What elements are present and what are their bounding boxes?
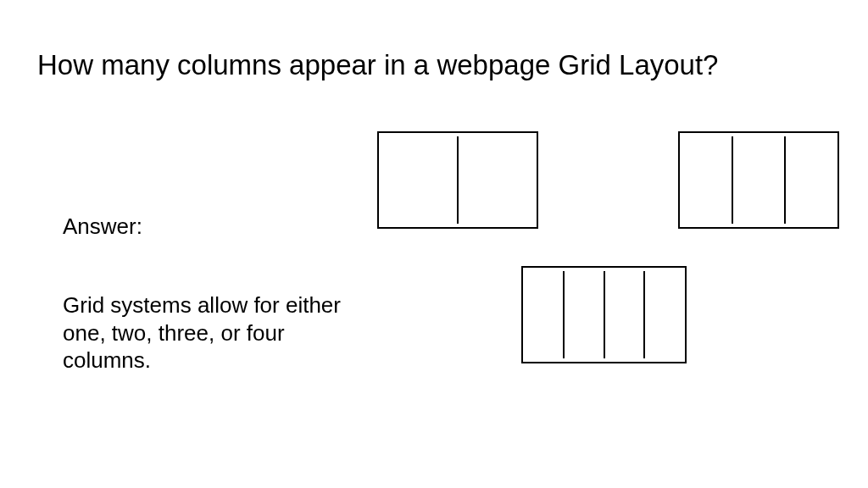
- answer-label: Answer:: [63, 214, 142, 240]
- column-divider: [643, 271, 645, 358]
- four-column-grid-diagram: [521, 266, 687, 363]
- column-divider: [457, 136, 459, 224]
- two-column-grid-diagram: [377, 131, 538, 229]
- answer-text: Grid systems allow for either one, two, …: [63, 291, 351, 374]
- three-column-grid-diagram: [678, 131, 839, 229]
- slide-title: How many columns appear in a webpage Gri…: [37, 49, 718, 81]
- column-divider: [604, 271, 605, 358]
- column-divider: [563, 271, 565, 358]
- column-divider: [784, 136, 786, 224]
- column-divider: [732, 136, 733, 224]
